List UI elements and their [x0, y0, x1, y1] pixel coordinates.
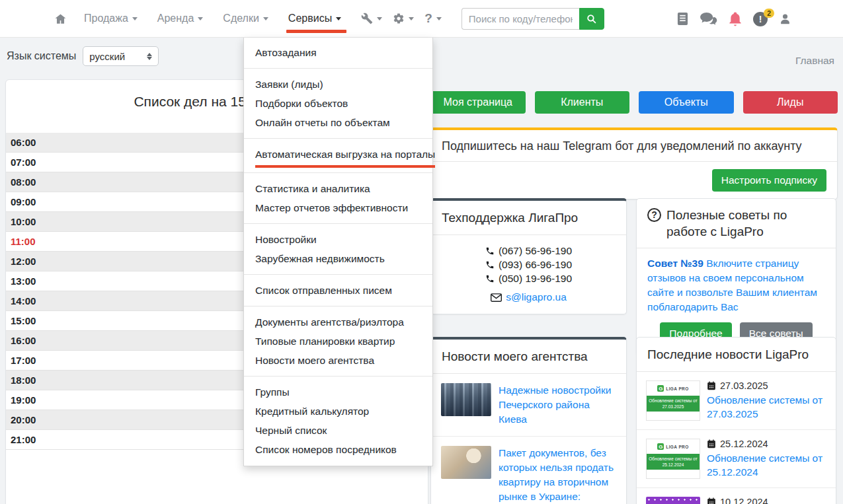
chat-icon[interactable]	[700, 12, 717, 26]
support-title: Техподдержка ЛигаПро	[431, 201, 626, 235]
support-email-link[interactable]: s@ligapro.ua	[506, 291, 567, 303]
support-phone: (050) 19-96-190	[438, 271, 620, 285]
home-icon[interactable]	[54, 13, 67, 25]
nav-item-sales[interactable]: Продажа	[84, 13, 138, 24]
nav-item-rent[interactable]: Аренда	[157, 13, 204, 24]
help-menu[interactable]: ?	[424, 11, 442, 26]
user-icon[interactable]	[779, 13, 791, 26]
subscribe-button[interactable]: Настроить подписку	[712, 169, 826, 192]
menu-item-credit-calculator[interactable]: Кредитный калькулятор	[244, 402, 432, 421]
settings-menu[interactable]	[393, 13, 414, 24]
search-group	[462, 8, 604, 30]
select-stepper-icon	[147, 50, 152, 63]
search-button[interactable]	[579, 8, 604, 30]
language-label: Язык системы	[7, 50, 76, 62]
menu-item-foreign-realty[interactable]: Зарубежная недвижимость	[244, 249, 432, 268]
menu-item-middlemen-numbers[interactable]: Список номеров посредников	[244, 440, 432, 459]
tip-number: Совет №39	[647, 258, 703, 269]
language-select[interactable]: русский	[83, 46, 159, 66]
support-card: Техподдержка ЛигаПро (067) 56-96-190 (09…	[430, 198, 627, 314]
ligapro-logo-text: LIGA PRO	[666, 386, 688, 391]
tips-card: ? Полезные советы по работе с LigaPro Со…	[636, 198, 836, 355]
news-date: 10.12.2024	[720, 497, 768, 504]
thumb-caption: Обновление системы от27.03.2025	[647, 396, 700, 412]
menu-divider	[244, 172, 432, 173]
menu-item-new-buildings[interactable]: Новостройки	[244, 230, 432, 249]
language-select-value: русский	[89, 51, 125, 62]
menu-item-sent-emails[interactable]: Список отправленных писем	[244, 281, 432, 300]
language-bar: Язык системы русский	[7, 46, 159, 66]
support-phone: (093) 66-96-190	[438, 258, 620, 271]
menu-divider	[244, 376, 432, 377]
question-circle-icon: ?	[647, 208, 661, 222]
news-thumbnail-update[interactable]: GLIGA PRO Обновление системы от25.12.202…	[646, 439, 700, 479]
menu-item-agency-documents[interactable]: Документы агентства/риэлтора	[244, 312, 432, 332]
telegram-card: Подпишитесь на наш Telegram бот для увед…	[430, 127, 838, 199]
tip-link[interactable]: Совет №39 Включите страницу отзывов на с…	[647, 256, 825, 314]
wrench-menu[interactable]	[361, 13, 382, 24]
news-link[interactable]: Надежные новостройки Печерского района К…	[499, 383, 616, 427]
ligapro-news-item: GLIGA PRO Обновление системы от25.12.202…	[637, 430, 836, 488]
nav-item-services[interactable]: Сервисы	[288, 13, 341, 24]
phone-icon	[485, 260, 495, 270]
caret-down-icon	[198, 17, 203, 23]
alert-circle-icon[interactable]: ! 2	[753, 12, 768, 26]
menu-item-selections[interactable]: Подборки объектов	[244, 94, 432, 113]
menu-item-agency-news[interactable]: Новости моего агентства	[244, 351, 432, 370]
support-body: (067) 56-96-190 (093) 66-96-190 (050) 19…	[431, 235, 626, 314]
news-thumbnail-newyear[interactable]: НОВОРІЧНІ	[646, 497, 700, 504]
menu-item-blacklist[interactable]: Черный список	[244, 421, 432, 440]
menu-item-apartment-layouts[interactable]: Типовые планировки квартир	[244, 332, 432, 351]
menu-item-portal-export[interactable]: Автоматическая выгрузка на порталы	[244, 145, 432, 166]
telegram-footer: Настроить подписку	[431, 162, 837, 199]
envelope-icon	[491, 293, 502, 302]
search-input[interactable]	[462, 8, 579, 30]
caret-down-icon	[132, 17, 138, 23]
tips-title: Полезные советы по работе с LigaPro	[666, 207, 825, 240]
news-link[interactable]: Обновление системы от 25.12.2024	[707, 451, 826, 479]
support-phone: (067) 56-96-190	[438, 244, 620, 258]
news-thumbnail-update[interactable]: GLIGA PRO Обновление системы от27.03.202…	[646, 380, 700, 421]
news-date: 27.03.2025	[720, 380, 768, 391]
ligapro-logo-text: LIGA PRO	[666, 445, 688, 449]
my-page-button[interactable]: Моя страница	[430, 91, 526, 114]
menu-divider	[244, 68, 432, 69]
breadcrumb: Главная	[795, 55, 834, 67]
nav-item-label: Сделки	[223, 13, 259, 24]
caret-down-icon	[263, 17, 268, 23]
caret-down-icon	[436, 17, 442, 23]
menu-item-autotasks[interactable]: Автозадания	[244, 43, 432, 62]
menu-item-online-reports[interactable]: Онлайн отчеты по объектам	[244, 113, 432, 132]
question-icon: ?	[424, 11, 432, 26]
news-thumbnail-meeting[interactable]	[441, 446, 491, 479]
nav-item-deals[interactable]: Сделки	[223, 13, 268, 24]
clients-button[interactable]: Клиенты	[535, 91, 630, 114]
nav-item-label: Продажа	[84, 13, 128, 24]
caret-down-icon	[336, 17, 341, 23]
news-link[interactable]: Обновление системы от 27.03.2025	[707, 393, 826, 421]
news-date-row: 27.03.2025	[707, 380, 826, 391]
services-dropdown-menu: Автозадания Заявки (лиды) Подборки объек…	[243, 38, 433, 466]
phone-icon	[485, 246, 495, 256]
news-item: Надежные новостройки Печерского района К…	[431, 374, 626, 437]
bell-icon[interactable]	[729, 11, 742, 26]
menu-item-efficiency-reports[interactable]: Мастер отчетов эффективности	[244, 198, 432, 217]
menu-divider	[244, 274, 432, 275]
news-thumbnail-city[interactable]	[441, 383, 491, 416]
ligapro-news-title: Последние новости LigaPro	[637, 338, 836, 372]
menu-item-leads[interactable]: Заявки (лиды)	[244, 75, 432, 94]
phone-number: (093) 66-96-190	[499, 258, 572, 271]
journal-icon[interactable]	[677, 12, 688, 26]
phone-icon	[485, 274, 495, 283]
menu-item-statistics[interactable]: Статистика и аналитика	[244, 179, 432, 198]
objects-button[interactable]: Объекты	[639, 91, 734, 114]
phone-number: (050) 19-96-190	[499, 271, 572, 285]
highlighted-menu-label: Автоматическая выгрузка на порталы	[255, 148, 435, 168]
menu-divider	[244, 306, 432, 306]
support-email-row: s@ligapro.ua	[438, 291, 620, 303]
menu-divider	[244, 223, 432, 224]
news-date-row: 25.12.2024	[707, 439, 826, 449]
leads-button[interactable]: Лиды	[743, 91, 838, 114]
news-link[interactable]: Пакет документов, без которых нельзя про…	[499, 446, 616, 504]
menu-item-groups[interactable]: Группы	[244, 382, 432, 402]
